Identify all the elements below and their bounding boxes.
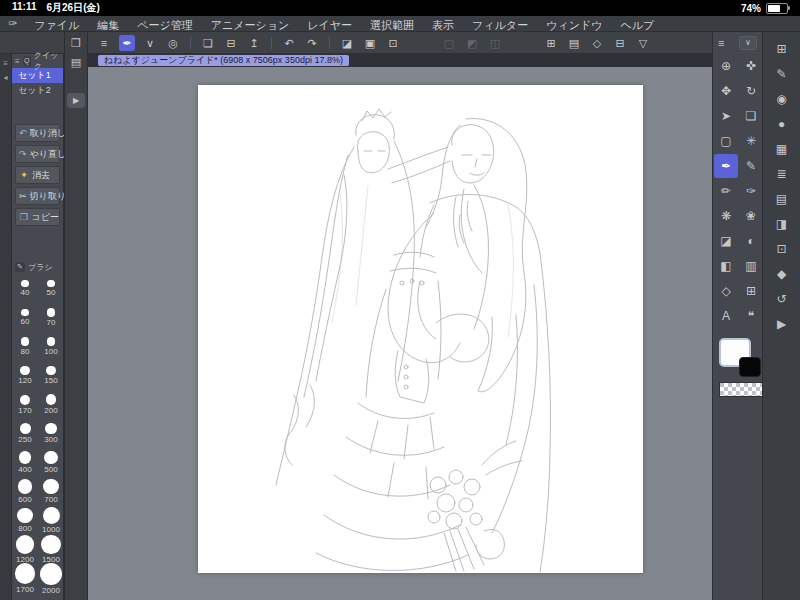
selection-tool-icon[interactable]: ▢ [714, 129, 738, 153]
dock-collapse-icon[interactable]: ◂ [0, 73, 11, 82]
brush-size-400[interactable]: 400 [12, 448, 38, 477]
menu-item-5[interactable]: レイヤー [298, 19, 361, 31]
material-dock-icon[interactable]: ❒ [71, 37, 81, 50]
material-palette-icon[interactable]: ◇ [589, 35, 605, 51]
tool-list-chevron-icon[interactable]: ∨ [142, 35, 158, 51]
drawing-canvas[interactable] [198, 85, 643, 573]
sub-color-swatch[interactable] [739, 357, 761, 377]
menu-item-6[interactable]: 選択範囲 [361, 19, 423, 31]
auto-select-tool-icon[interactable]: ✳ [739, 129, 763, 153]
brush-size-100[interactable]: 100 [38, 332, 64, 361]
menu-item-3[interactable]: ページ管理 [128, 19, 202, 31]
brush-panel-icon[interactable]: ✎ [15, 262, 25, 272]
menu-item-4[interactable]: アニメーション [202, 19, 299, 31]
invert-selection-icon[interactable]: ◩ [464, 35, 480, 51]
brush-size-700[interactable]: 700 [38, 477, 64, 506]
play-button-icon[interactable]: ▶ [67, 93, 85, 108]
brush-size-1000[interactable]: 1000 [38, 506, 64, 535]
brush-size-60[interactable]: 60 [12, 303, 38, 332]
operation-tool-icon[interactable]: ➤ [714, 104, 738, 128]
snap-icon[interactable]: ⊞ [543, 35, 559, 51]
move-tool-icon[interactable]: ✜ [739, 54, 763, 78]
airbrush-tool-icon[interactable]: ❋ [714, 204, 738, 228]
open-file-icon[interactable]: ⊟ [223, 35, 239, 51]
undo-icon[interactable]: ↶ [281, 35, 297, 51]
brush-size-150[interactable]: 150 [38, 361, 64, 390]
quick-access-set-2[interactable]: セット2 [12, 83, 63, 98]
menu-item-7[interactable]: 表示 [423, 19, 463, 31]
quick-access-panel-icon[interactable]: ⊞ [776, 40, 786, 58]
balloon-tool-icon[interactable]: ❝ [739, 304, 763, 328]
brush-size-50[interactable]: 50 [38, 274, 64, 303]
export-icon[interactable]: ↥ [246, 35, 262, 51]
figure-tool-icon[interactable]: ◇ [714, 279, 738, 303]
tool-palette-menu-icon[interactable]: ≡ [718, 37, 724, 49]
zoom-tool-icon[interactable]: ⊕ [714, 54, 738, 78]
layer-dock-icon[interactable]: ▤ [71, 56, 81, 69]
blend-tool-icon[interactable]: ◐ [739, 229, 763, 253]
brush-size-120[interactable]: 120 [12, 361, 38, 390]
transparent-color-swatch[interactable] [719, 382, 763, 397]
brush-tool-icon[interactable]: ✑ [739, 179, 763, 203]
color-slider-panel-icon[interactable]: ≣ [776, 165, 786, 183]
clip-studio-logo-icon[interactable]: ✑ [8, 17, 17, 30]
quick-command-redo[interactable]: ↷やり直し [15, 145, 60, 163]
transform-icon[interactable]: ⊡ [385, 35, 401, 51]
sub-tool-panel-icon[interactable]: ✎ [776, 65, 786, 83]
text-tool-icon[interactable]: A [714, 304, 738, 328]
rotate-tool-icon[interactable]: ↻ [739, 79, 763, 103]
navigator-panel-icon[interactable]: ⊡ [776, 240, 786, 258]
fill-tool-icon[interactable]: ◧ [714, 254, 738, 278]
decoration-tool-icon[interactable]: ❀ [739, 204, 763, 228]
brush-size-800[interactable]: 800 [12, 506, 38, 535]
subtool-drawer-icon[interactable]: ◎ [165, 35, 181, 51]
pen-tool-icon[interactable]: ✒ [714, 154, 738, 178]
main-menu-icon[interactable]: ≡ [96, 35, 112, 51]
auto-action-panel-icon[interactable]: ▶ [777, 315, 786, 333]
selection-launcher-icon[interactable]: ◫ [487, 35, 503, 51]
new-canvas-icon[interactable]: ❏ [200, 35, 216, 51]
history-panel-icon[interactable]: ↺ [776, 290, 786, 308]
fill-icon[interactable]: ▣ [362, 35, 378, 51]
color-set-panel-icon[interactable]: ▦ [776, 140, 787, 158]
brush-size-200[interactable]: 200 [38, 390, 64, 419]
document-tab[interactable]: ねねよすジューンブライド* (6908 x 7506px 350dpi 17.8… [98, 55, 349, 66]
marker-tool-icon[interactable]: ✎ [739, 154, 763, 178]
hand-tool-icon[interactable]: ✥ [714, 79, 738, 103]
quick-command-cut[interactable]: ✂切り取り [15, 187, 60, 205]
quick-command-erase[interactable]: ✦消去 [15, 166, 60, 184]
brush-size-1200[interactable]: 1200 [12, 535, 38, 564]
frame-tool-icon[interactable]: ⊞ [739, 279, 763, 303]
brush-size-panel-icon[interactable]: ◉ [776, 90, 786, 108]
brush-size-250[interactable]: 250 [12, 419, 38, 448]
menu-item-1[interactable]: ファイル [25, 19, 88, 31]
brush-size-2000[interactable]: 2000 [38, 564, 64, 593]
palette-menu-icon[interactable]: ≡ [15, 57, 20, 66]
material-panel-icon[interactable]: ◆ [777, 265, 786, 283]
brush-size-80[interactable]: 80 [12, 332, 38, 361]
eraser-tool-icon[interactable]: ◪ [714, 229, 738, 253]
brush-size-500[interactable]: 500 [38, 448, 64, 477]
tool-palette-dropdown-icon[interactable]: ∨ [739, 36, 757, 50]
quick-command-undo[interactable]: ↶取り消し [15, 124, 60, 142]
layer-property-panel-icon[interactable]: ◨ [776, 215, 787, 233]
menu-item-10[interactable]: ヘルプ [611, 19, 663, 31]
brush-size-1700[interactable]: 1700 [12, 564, 38, 593]
brush-size-1500[interactable]: 1500 [38, 535, 64, 564]
brush-size-600[interactable]: 600 [12, 477, 38, 506]
delete-icon[interactable]: ◪ [339, 35, 355, 51]
redo-icon[interactable]: ↷ [304, 35, 320, 51]
canvas-area[interactable] [88, 67, 712, 600]
deselect-icon[interactable]: ▢ [441, 35, 457, 51]
brush-size-170[interactable]: 170 [12, 390, 38, 419]
current-tool-pen-icon[interactable]: ✒ [119, 35, 135, 51]
quick-command-copy[interactable]: ❒コピー [15, 208, 60, 226]
dock-menu-icon[interactable]: ≡ [0, 59, 11, 68]
layer-stack-icon[interactable]: ▤ [566, 35, 582, 51]
gradient-tool-icon[interactable]: ▥ [739, 254, 763, 278]
layer-panel-icon[interactable]: ▤ [776, 190, 787, 208]
brush-size-40[interactable]: 40 [12, 274, 38, 303]
brush-size-70[interactable]: 70 [38, 303, 64, 332]
layer-move-tool-icon[interactable]: ❏ [739, 104, 763, 128]
register-icon[interactable]: ▽ [635, 35, 651, 51]
